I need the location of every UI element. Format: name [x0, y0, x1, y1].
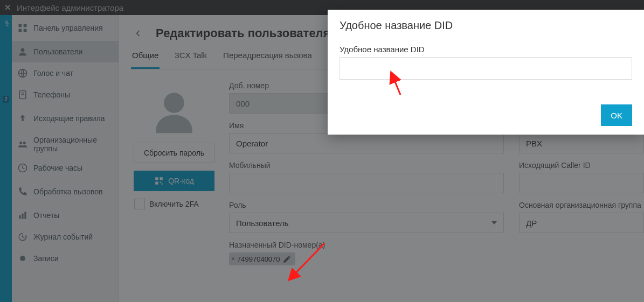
- modal-title: Удобное название DID: [340, 19, 632, 32]
- button-label: OK: [611, 111, 622, 120]
- modal-field-label: Удобное название DID: [340, 45, 632, 54]
- did-friendly-name-input[interactable]: [340, 57, 632, 80]
- did-friendly-name-modal: Удобное название DID Удобное название DI…: [328, 10, 644, 135]
- ok-button[interactable]: OK: [601, 104, 632, 126]
